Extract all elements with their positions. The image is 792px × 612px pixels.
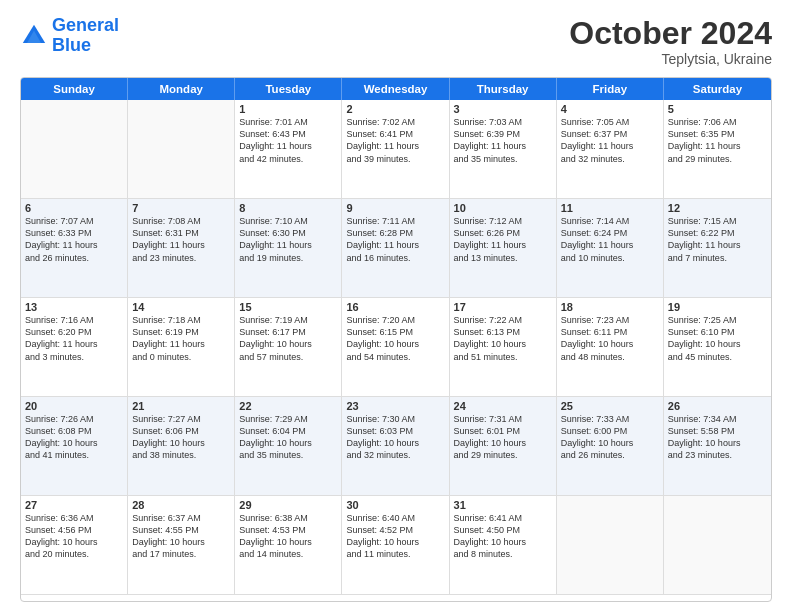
cell-info-line: Sunset: 6:08 PM: [25, 425, 123, 437]
calendar-cell: 17Sunrise: 7:22 AMSunset: 6:13 PMDayligh…: [450, 298, 557, 397]
cell-info-line: Sunrise: 7:10 AM: [239, 215, 337, 227]
day-number: 16: [346, 301, 444, 313]
cell-info-line: and 11 minutes.: [346, 548, 444, 560]
cell-info-line: and 7 minutes.: [668, 252, 767, 264]
cell-info-line: Daylight: 10 hours: [668, 437, 767, 449]
cell-info-line: Daylight: 10 hours: [454, 437, 552, 449]
cell-info-line: Daylight: 11 hours: [454, 239, 552, 251]
calendar-cell: 26Sunrise: 7:34 AMSunset: 5:58 PMDayligh…: [664, 397, 771, 496]
cell-info-line: Sunrise: 7:07 AM: [25, 215, 123, 227]
day-number: 24: [454, 400, 552, 412]
calendar-cell: [21, 100, 128, 199]
day-number: 9: [346, 202, 444, 214]
cell-info-line: Sunset: 6:39 PM: [454, 128, 552, 140]
cell-info-line: and 41 minutes.: [25, 449, 123, 461]
cell-info-line: and 51 minutes.: [454, 351, 552, 363]
header-sunday: Sunday: [21, 78, 128, 100]
calendar-cell: 16Sunrise: 7:20 AMSunset: 6:15 PMDayligh…: [342, 298, 449, 397]
logo-icon: [20, 22, 48, 50]
calendar-cell: 30Sunrise: 6:40 AMSunset: 4:52 PMDayligh…: [342, 496, 449, 595]
cell-info-line: Daylight: 10 hours: [454, 338, 552, 350]
calendar-header: Sunday Monday Tuesday Wednesday Thursday…: [21, 78, 771, 100]
cell-info-line: Sunrise: 7:03 AM: [454, 116, 552, 128]
cell-info-line: and 23 minutes.: [668, 449, 767, 461]
day-number: 14: [132, 301, 230, 313]
logo-line1: General: [52, 15, 119, 35]
cell-info-line: Sunrise: 7:02 AM: [346, 116, 444, 128]
cell-info-line: Sunrise: 7:01 AM: [239, 116, 337, 128]
day-number: 25: [561, 400, 659, 412]
cell-info-line: Sunrise: 6:40 AM: [346, 512, 444, 524]
day-number: 8: [239, 202, 337, 214]
day-number: 26: [668, 400, 767, 412]
cell-info-line: and 20 minutes.: [25, 548, 123, 560]
cell-info-line: and 35 minutes.: [239, 449, 337, 461]
cell-info-line: and 48 minutes.: [561, 351, 659, 363]
cell-info-line: Sunset: 6:43 PM: [239, 128, 337, 140]
cell-info-line: Daylight: 10 hours: [239, 437, 337, 449]
calendar-cell: [557, 496, 664, 595]
cell-info-line: Sunrise: 7:18 AM: [132, 314, 230, 326]
cell-info-line: and 8 minutes.: [454, 548, 552, 560]
cell-info-line: Daylight: 11 hours: [668, 140, 767, 152]
calendar-cell: 6Sunrise: 7:07 AMSunset: 6:33 PMDaylight…: [21, 199, 128, 298]
cell-info-line: and 26 minutes.: [25, 252, 123, 264]
calendar-cell: [128, 100, 235, 199]
cell-info-line: Daylight: 11 hours: [239, 140, 337, 152]
day-number: 5: [668, 103, 767, 115]
cell-info-line: Daylight: 10 hours: [561, 437, 659, 449]
calendar-cell: [664, 496, 771, 595]
page: General Blue October 2024 Teplytsia, Ukr…: [0, 0, 792, 612]
cell-info-line: Sunset: 6:41 PM: [346, 128, 444, 140]
calendar: Sunday Monday Tuesday Wednesday Thursday…: [20, 77, 772, 602]
cell-info-line: and 39 minutes.: [346, 153, 444, 165]
cell-info-line: and 29 minutes.: [668, 153, 767, 165]
cell-info-line: Sunset: 6:31 PM: [132, 227, 230, 239]
cell-info-line: Sunrise: 7:15 AM: [668, 215, 767, 227]
header-thursday: Thursday: [450, 78, 557, 100]
day-number: 1: [239, 103, 337, 115]
cell-info-line: and 19 minutes.: [239, 252, 337, 264]
cell-info-line: and 45 minutes.: [668, 351, 767, 363]
calendar-cell: 19Sunrise: 7:25 AMSunset: 6:10 PMDayligh…: [664, 298, 771, 397]
cell-info-line: Daylight: 11 hours: [25, 239, 123, 251]
calendar-cell: 14Sunrise: 7:18 AMSunset: 6:19 PMDayligh…: [128, 298, 235, 397]
cell-info-line: and 42 minutes.: [239, 153, 337, 165]
cell-info-line: Sunrise: 6:41 AM: [454, 512, 552, 524]
calendar-cell: 21Sunrise: 7:27 AMSunset: 6:06 PMDayligh…: [128, 397, 235, 496]
cell-info-line: Sunrise: 7:16 AM: [25, 314, 123, 326]
cell-info-line: Sunset: 4:55 PM: [132, 524, 230, 536]
cell-info-line: and 17 minutes.: [132, 548, 230, 560]
cell-info-line: Daylight: 10 hours: [346, 338, 444, 350]
cell-info-line: Sunrise: 7:20 AM: [346, 314, 444, 326]
cell-info-line: Sunrise: 6:38 AM: [239, 512, 337, 524]
cell-info-line: Sunset: 6:30 PM: [239, 227, 337, 239]
title-block: October 2024 Teplytsia, Ukraine: [569, 16, 772, 67]
cell-info-line: Sunset: 6:20 PM: [25, 326, 123, 338]
calendar-body: 1Sunrise: 7:01 AMSunset: 6:43 PMDaylight…: [21, 100, 771, 595]
day-number: 13: [25, 301, 123, 313]
logo-line2: Blue: [52, 35, 91, 55]
cell-info-line: Daylight: 10 hours: [132, 536, 230, 548]
cell-info-line: Daylight: 11 hours: [346, 140, 444, 152]
cell-info-line: Daylight: 10 hours: [454, 536, 552, 548]
cell-info-line: Sunrise: 7:25 AM: [668, 314, 767, 326]
cell-info-line: Sunrise: 7:30 AM: [346, 413, 444, 425]
cell-info-line: Sunset: 6:26 PM: [454, 227, 552, 239]
cell-info-line: Sunset: 5:58 PM: [668, 425, 767, 437]
day-number: 31: [454, 499, 552, 511]
cell-info-line: Daylight: 11 hours: [561, 239, 659, 251]
calendar-cell: 24Sunrise: 7:31 AMSunset: 6:01 PMDayligh…: [450, 397, 557, 496]
cell-info-line: Daylight: 11 hours: [561, 140, 659, 152]
cell-info-line: Sunrise: 7:05 AM: [561, 116, 659, 128]
day-number: 12: [668, 202, 767, 214]
day-number: 6: [25, 202, 123, 214]
cell-info-line: Sunset: 6:06 PM: [132, 425, 230, 437]
cell-info-line: Daylight: 10 hours: [561, 338, 659, 350]
calendar-cell: 10Sunrise: 7:12 AMSunset: 6:26 PMDayligh…: [450, 199, 557, 298]
cell-info-line: Daylight: 10 hours: [346, 536, 444, 548]
cell-info-line: and 0 minutes.: [132, 351, 230, 363]
cell-info-line: Sunrise: 7:34 AM: [668, 413, 767, 425]
cell-info-line: Sunrise: 7:11 AM: [346, 215, 444, 227]
calendar-cell: 31Sunrise: 6:41 AMSunset: 4:50 PMDayligh…: [450, 496, 557, 595]
